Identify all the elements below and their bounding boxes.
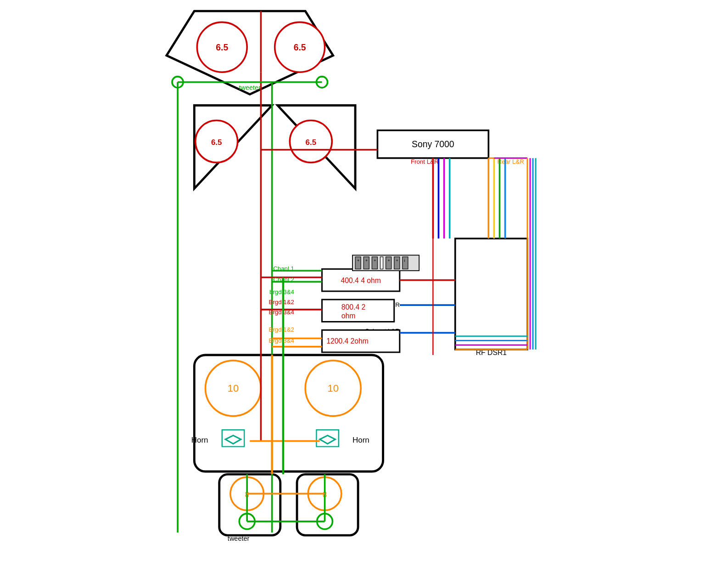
wiring-diagram: Sony 7000 Front L&R Rear L&R RF DSR1 Fro… (0, 0, 705, 588)
term-plus1: + (357, 258, 360, 263)
processor-box (455, 239, 527, 349)
brgd34-green-label: brgd 3&4 (269, 288, 294, 295)
front-top-left-label: 6.5 (216, 42, 228, 52)
term-plus3: + (387, 258, 390, 263)
term-plus2: + (374, 258, 376, 263)
front-mid-left-label: 6.5 (211, 138, 222, 147)
rear-right-10-label: 10 (328, 383, 339, 394)
term-minus1: + (365, 258, 368, 263)
amp1-label: 400.4 4 ohm (341, 277, 380, 284)
amp2-label2: ohm (341, 312, 356, 320)
front-mid-right-label: 6.5 (306, 138, 317, 147)
chanl1-label: Chanl 1 (273, 265, 294, 272)
brgd12-orange-label: Brgd 1&2 (269, 326, 294, 333)
terminal-gap (380, 257, 383, 269)
rear-lr-label: Rear L&R (497, 158, 524, 165)
term-minus2: + (396, 258, 398, 263)
rear-left-10-label: 10 (228, 383, 239, 394)
terminal-6 (403, 257, 408, 269)
chanl2-label: Chanl 2 (273, 276, 294, 283)
horn-right-label: Horn (352, 436, 369, 444)
tweeter-bottom-left-label: tweeter (228, 535, 250, 542)
head-unit-label: Sony 7000 (412, 139, 454, 149)
front-lr-label: Front L&R (411, 158, 439, 165)
amp3-label: 1200.4 2ohm (326, 337, 369, 345)
front-top-right-label: 6.5 (294, 42, 306, 52)
tweeter-top-label: tweeter (239, 84, 261, 91)
horn-left-label: Horn (191, 436, 208, 444)
term-plus4: i (404, 258, 405, 263)
brgd34-orange-label: Brgd 3&4 (269, 337, 294, 344)
amp2-label: 800.4 2 (341, 303, 365, 311)
brgd12-red-label: Brgd 1&2 (269, 299, 294, 305)
brgd34-red-label: Brgd 3&4 (269, 309, 294, 316)
